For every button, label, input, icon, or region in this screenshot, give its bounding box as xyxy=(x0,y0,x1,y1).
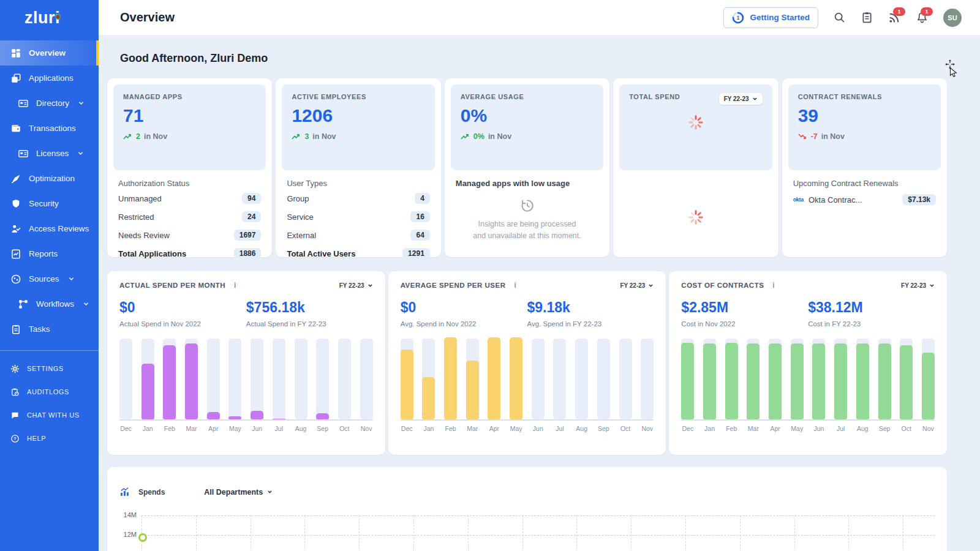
bar-sep[interactable] xyxy=(597,339,610,419)
feed-icon[interactable]: 1 xyxy=(888,11,901,24)
bar-fill xyxy=(141,364,154,419)
bar-feb[interactable] xyxy=(725,339,738,419)
bar-dec[interactable] xyxy=(681,339,694,419)
bar-jul[interactable] xyxy=(273,339,285,419)
x-axis-label: Jan xyxy=(422,425,435,432)
sidebar-item-security[interactable]: Security xyxy=(0,191,99,216)
bar-feb[interactable] xyxy=(444,339,457,419)
sidebar-item-directory[interactable]: Directory xyxy=(0,91,99,116)
fy-filter-dropdown[interactable]: FY 22-23 xyxy=(719,93,763,105)
renewal-row[interactable]: okta Okta Contrac... $7.13k xyxy=(793,189,936,210)
x-axis-label: Nov xyxy=(922,425,935,432)
total-row: Total Applications1886 xyxy=(118,244,261,263)
sidebar-item-sources[interactable]: Sources xyxy=(0,266,99,291)
contract-renewals-stat-box: CONTRACT RENEWALS 39 -7in Nov xyxy=(788,84,941,170)
cost-of-contracts-card[interactable]: COST OF CONTRACTS i FY 22-23 $2.85MCost … xyxy=(669,271,947,455)
x-axis-label: Oct xyxy=(619,425,632,432)
gridline xyxy=(304,515,305,551)
departments-dropdown[interactable]: All Departments xyxy=(204,488,273,497)
bar-nov[interactable] xyxy=(641,339,654,419)
active-employees-stat-box: ACTIVE EMPLOYEES 1206 3in Nov xyxy=(282,84,434,170)
sidebar-item-label: AUDITLOGS xyxy=(27,388,69,395)
gridline xyxy=(903,515,903,551)
spends-chart-icon xyxy=(119,487,130,497)
sidebar-item-label: Overview xyxy=(29,48,66,58)
fy-filter-dropdown[interactable]: FY 22-23 xyxy=(339,282,373,289)
bar-apr[interactable] xyxy=(488,339,500,419)
data-point[interactable] xyxy=(138,533,147,542)
bar-sep[interactable] xyxy=(878,339,891,419)
bar-sep[interactable] xyxy=(316,339,329,419)
info-icon[interactable]: i xyxy=(514,281,516,290)
clipboard-icon[interactable] xyxy=(861,11,873,24)
bar-jan[interactable] xyxy=(703,339,716,419)
total-spend-card[interactable]: TOTAL SPEND FY 22-23 xyxy=(613,78,778,257)
bar-jun[interactable] xyxy=(251,339,263,419)
sidebar-item-chat-with-us[interactable]: CHAT WITH US xyxy=(0,403,99,427)
bar-dec[interactable] xyxy=(119,339,132,419)
section-title: Authorization Status xyxy=(118,179,261,188)
sidebar-item-optimization[interactable]: Optimization xyxy=(0,166,99,191)
sidebar-item-auditlogs[interactable]: AUDITLOGS xyxy=(0,380,99,403)
bar-aug[interactable] xyxy=(575,339,588,419)
bar-dec[interactable] xyxy=(401,339,413,419)
bar-oct[interactable] xyxy=(619,339,632,419)
search-icon[interactable] xyxy=(833,11,846,24)
bar-jul[interactable] xyxy=(553,339,566,419)
bar-oct[interactable] xyxy=(900,339,913,419)
info-icon[interactable]: i xyxy=(772,281,774,290)
sidebar-item-overview[interactable]: Overview xyxy=(0,40,99,66)
sidebar-item-label: Security xyxy=(29,199,59,208)
sidebar-item-settings[interactable]: SETTINGS xyxy=(0,357,99,380)
bar-aug[interactable] xyxy=(856,339,869,419)
zluri-logo[interactable]: zluri xyxy=(0,0,99,36)
info-icon[interactable]: i xyxy=(234,281,236,290)
sidebar-item-licenses[interactable]: Licenses xyxy=(0,141,99,166)
sidebar-item-access-reviews[interactable]: Access Reviews xyxy=(0,216,99,241)
bar-jun[interactable] xyxy=(812,339,825,419)
average-usage-card[interactable]: AVERAGE USAGE 0% 0%in Nov Managed apps w… xyxy=(445,78,609,257)
bar-jul[interactable] xyxy=(834,339,847,419)
x-axis-label: Sep xyxy=(878,425,891,432)
stat-caption: Actual Spend in FY 22-23 xyxy=(246,320,373,328)
bar-nov[interactable] xyxy=(360,339,373,419)
sidebar-item-transactions[interactable]: Transactions xyxy=(0,116,99,141)
x-axis-label: Oct xyxy=(900,425,913,432)
bar-apr[interactable] xyxy=(207,339,220,419)
total-spend-stat-box: TOTAL SPEND FY 22-23 xyxy=(619,84,772,170)
managed-apps-card[interactable]: MANAGED APPS 71 2in Nov Authorization St… xyxy=(107,78,272,257)
bar-jun[interactable] xyxy=(532,339,545,419)
getting-started-button[interactable]: 1 Getting Started xyxy=(723,7,818,28)
bar-nov[interactable] xyxy=(922,339,935,419)
fy-filter-dropdown[interactable]: FY 22-23 xyxy=(620,282,654,289)
bar-feb[interactable] xyxy=(163,339,176,419)
fy-filter-dropdown[interactable]: FY 22-23 xyxy=(901,282,935,289)
gridline xyxy=(251,515,251,551)
sidebar-item-applications[interactable]: Applications xyxy=(0,66,99,91)
sidebar-item-reports[interactable]: Reports xyxy=(0,241,99,266)
bar-apr[interactable] xyxy=(769,339,782,419)
bar-mar[interactable] xyxy=(466,339,479,419)
bell-icon[interactable]: 1 xyxy=(916,11,929,24)
bar-may[interactable] xyxy=(228,339,241,419)
bar-aug[interactable] xyxy=(295,339,307,419)
bar-fill xyxy=(510,337,522,419)
bar-oct[interactable] xyxy=(338,339,351,419)
actual-spend-per-month-card[interactable]: ACTUAL SPEND PER MONTH i FY 22-23 $0Actu… xyxy=(107,271,385,455)
bar-mar[interactable] xyxy=(185,339,198,419)
sidebar-item-tasks[interactable]: Tasks xyxy=(0,317,99,342)
bar-may[interactable] xyxy=(510,339,522,419)
bar-mar[interactable] xyxy=(747,339,760,419)
sidebar-item-label: Applications xyxy=(29,73,74,83)
sidebar-item-help[interactable]: ?HELP xyxy=(0,427,99,450)
user-avatar[interactable]: SU xyxy=(943,9,962,27)
average-spend-per-user-card[interactable]: AVERAGE SPEND PER USER i FY 22-23 $0Avg.… xyxy=(388,271,666,455)
bar-jan[interactable] xyxy=(141,339,154,419)
bar-jan[interactable] xyxy=(422,339,435,419)
gridline xyxy=(848,515,849,551)
contract-renewals-card[interactable]: CONTRACT RENEWALS 39 -7in Nov Upcoming C… xyxy=(782,78,947,257)
sidebar-item-workflows[interactable]: Workflows xyxy=(0,291,99,317)
active-employees-card[interactable]: ACTIVE EMPLOYEES 1206 3in Nov User Types… xyxy=(276,78,440,257)
bar-may[interactable] xyxy=(791,339,804,419)
x-axis-label: Jun xyxy=(532,425,545,432)
